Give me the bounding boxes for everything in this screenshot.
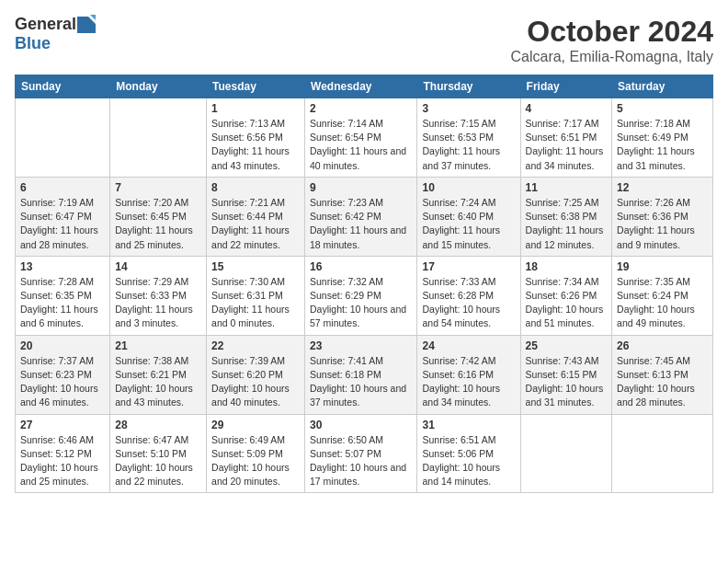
- day-info: Sunrise: 7:43 AM Sunset: 6:15 PM Dayligh…: [526, 354, 607, 410]
- calendar-cell: 27Sunrise: 6:46 AM Sunset: 5:12 PM Dayli…: [16, 414, 110, 493]
- calendar-cell: 13Sunrise: 7:28 AM Sunset: 6:35 PM Dayli…: [16, 256, 110, 335]
- calendar-week-row: 13Sunrise: 7:28 AM Sunset: 6:35 PM Dayli…: [16, 256, 713, 335]
- day-number: 22: [211, 339, 300, 352]
- calendar-cell: 20Sunrise: 7:37 AM Sunset: 6:23 PM Dayli…: [16, 335, 110, 414]
- day-of-week-header: Monday: [110, 75, 207, 98]
- calendar-cell: 24Sunrise: 7:42 AM Sunset: 6:16 PM Dayli…: [417, 335, 520, 414]
- day-info: Sunrise: 7:20 AM Sunset: 6:45 PM Dayligh…: [115, 196, 201, 252]
- day-number: 11: [526, 181, 607, 194]
- day-info: Sunrise: 7:25 AM Sunset: 6:38 PM Dayligh…: [526, 196, 607, 252]
- day-number: 25: [526, 339, 607, 352]
- calendar-cell: 18Sunrise: 7:34 AM Sunset: 6:26 PM Dayli…: [520, 256, 611, 335]
- day-of-week-header: Thursday: [417, 75, 520, 98]
- day-info: Sunrise: 7:18 AM Sunset: 6:49 PM Dayligh…: [617, 117, 708, 173]
- day-info: Sunrise: 7:15 AM Sunset: 6:53 PM Dayligh…: [422, 117, 515, 173]
- day-info: Sunrise: 7:32 AM Sunset: 6:29 PM Dayligh…: [310, 275, 412, 331]
- day-number: 4: [526, 102, 607, 115]
- day-info: Sunrise: 7:23 AM Sunset: 6:42 PM Dayligh…: [310, 196, 412, 252]
- calendar-week-row: 20Sunrise: 7:37 AM Sunset: 6:23 PM Dayli…: [16, 335, 713, 414]
- day-info: Sunrise: 6:47 AM Sunset: 5:10 PM Dayligh…: [115, 433, 201, 489]
- day-number: 14: [115, 260, 201, 273]
- calendar-cell: 28Sunrise: 6:47 AM Sunset: 5:10 PM Dayli…: [110, 414, 207, 493]
- calendar-header-row: SundayMondayTuesdayWednesdayThursdayFrid…: [16, 75, 713, 98]
- day-info: Sunrise: 7:21 AM Sunset: 6:44 PM Dayligh…: [211, 196, 300, 252]
- day-number: 27: [20, 419, 105, 431]
- day-number: 1: [211, 102, 300, 115]
- day-number: 16: [310, 260, 412, 273]
- calendar-cell: 19Sunrise: 7:35 AM Sunset: 6:24 PM Dayli…: [612, 256, 713, 335]
- calendar-cell: 22Sunrise: 7:39 AM Sunset: 6:20 PM Dayli…: [207, 335, 305, 414]
- month-title: October 2024: [510, 15, 713, 49]
- day-info: Sunrise: 7:24 AM Sunset: 6:40 PM Dayligh…: [422, 196, 515, 252]
- day-number: 18: [526, 260, 607, 273]
- day-number: 19: [617, 260, 708, 273]
- day-of-week-header: Tuesday: [207, 75, 305, 98]
- day-of-week-header: Sunday: [16, 75, 110, 98]
- day-number: 15: [211, 260, 300, 273]
- calendar-table: SundayMondayTuesdayWednesdayThursdayFrid…: [15, 75, 713, 493]
- calendar-cell: 10Sunrise: 7:24 AM Sunset: 6:40 PM Dayli…: [417, 177, 520, 256]
- day-info: Sunrise: 6:46 AM Sunset: 5:12 PM Dayligh…: [20, 433, 105, 489]
- day-info: Sunrise: 7:42 AM Sunset: 6:16 PM Dayligh…: [422, 354, 515, 410]
- calendar-cell: 9Sunrise: 7:23 AM Sunset: 6:42 PM Daylig…: [305, 177, 417, 256]
- calendar-cell: 6Sunrise: 7:19 AM Sunset: 6:47 PM Daylig…: [16, 177, 110, 256]
- logo: General Blue: [15, 15, 96, 53]
- logo-icon: [77, 15, 96, 33]
- calendar-cell: 3Sunrise: 7:15 AM Sunset: 6:53 PM Daylig…: [417, 98, 520, 178]
- day-number: 24: [422, 339, 515, 352]
- calendar-cell: 4Sunrise: 7:17 AM Sunset: 6:51 PM Daylig…: [520, 98, 611, 178]
- day-info: Sunrise: 7:30 AM Sunset: 6:31 PM Dayligh…: [211, 275, 300, 331]
- calendar-cell: 31Sunrise: 6:51 AM Sunset: 5:06 PM Dayli…: [417, 414, 520, 493]
- day-info: Sunrise: 7:35 AM Sunset: 6:24 PM Dayligh…: [617, 275, 708, 331]
- calendar-week-row: 1Sunrise: 7:13 AM Sunset: 6:56 PM Daylig…: [16, 98, 713, 178]
- day-info: Sunrise: 6:50 AM Sunset: 5:07 PM Dayligh…: [310, 433, 412, 489]
- day-info: Sunrise: 7:26 AM Sunset: 6:36 PM Dayligh…: [617, 196, 708, 252]
- calendar-cell: 16Sunrise: 7:32 AM Sunset: 6:29 PM Dayli…: [305, 256, 417, 335]
- calendar-cell: 2Sunrise: 7:14 AM Sunset: 6:54 PM Daylig…: [305, 98, 417, 178]
- day-info: Sunrise: 7:38 AM Sunset: 6:21 PM Dayligh…: [115, 354, 201, 410]
- day-info: Sunrise: 7:45 AM Sunset: 6:13 PM Dayligh…: [617, 354, 708, 410]
- day-number: 23: [310, 339, 412, 352]
- day-of-week-header: Saturday: [612, 75, 713, 98]
- day-info: Sunrise: 7:39 AM Sunset: 6:20 PM Dayligh…: [211, 354, 300, 410]
- svg-marker-0: [77, 17, 96, 33]
- calendar-cell: 15Sunrise: 7:30 AM Sunset: 6:31 PM Dayli…: [207, 256, 305, 335]
- day-info: Sunrise: 7:29 AM Sunset: 6:33 PM Dayligh…: [115, 275, 201, 331]
- day-info: Sunrise: 7:34 AM Sunset: 6:26 PM Dayligh…: [526, 275, 607, 331]
- day-number: 28: [115, 419, 201, 431]
- title-section: October 2024 Calcara, Emilia-Romagna, It…: [510, 15, 713, 65]
- calendar-cell: [612, 414, 713, 493]
- calendar-cell: 14Sunrise: 7:29 AM Sunset: 6:33 PM Dayli…: [110, 256, 207, 335]
- day-number: 29: [211, 419, 300, 431]
- calendar-cell: 26Sunrise: 7:45 AM Sunset: 6:13 PM Dayli…: [612, 335, 713, 414]
- day-info: Sunrise: 7:14 AM Sunset: 6:54 PM Dayligh…: [310, 117, 412, 173]
- day-info: Sunrise: 7:28 AM Sunset: 6:35 PM Dayligh…: [20, 275, 105, 331]
- day-number: 30: [310, 419, 412, 431]
- calendar-week-row: 27Sunrise: 6:46 AM Sunset: 5:12 PM Dayli…: [16, 414, 713, 493]
- day-number: 3: [422, 102, 515, 115]
- page-header: General Blue October 2024 Calcara, Emili…: [15, 15, 713, 65]
- day-number: 7: [115, 181, 201, 194]
- calendar-cell: 25Sunrise: 7:43 AM Sunset: 6:15 PM Dayli…: [520, 335, 611, 414]
- day-number: 8: [211, 181, 300, 194]
- day-info: Sunrise: 7:41 AM Sunset: 6:18 PM Dayligh…: [310, 354, 412, 410]
- day-of-week-header: Friday: [520, 75, 611, 98]
- day-number: 31: [422, 419, 515, 431]
- calendar-cell: 30Sunrise: 6:50 AM Sunset: 5:07 PM Dayli…: [305, 414, 417, 493]
- calendar-cell: [16, 98, 110, 178]
- day-number: 6: [20, 181, 105, 194]
- calendar-cell: 1Sunrise: 7:13 AM Sunset: 6:56 PM Daylig…: [207, 98, 305, 178]
- logo-general-text: General: [15, 15, 76, 34]
- day-number: 5: [617, 102, 708, 115]
- calendar-cell: [110, 98, 207, 178]
- calendar-cell: 29Sunrise: 6:49 AM Sunset: 5:09 PM Dayli…: [207, 414, 305, 493]
- day-info: Sunrise: 6:51 AM Sunset: 5:06 PM Dayligh…: [422, 433, 515, 489]
- calendar-cell: 23Sunrise: 7:41 AM Sunset: 6:18 PM Dayli…: [305, 335, 417, 414]
- logo-blue-text: Blue: [15, 34, 51, 52]
- day-info: Sunrise: 6:49 AM Sunset: 5:09 PM Dayligh…: [211, 433, 300, 489]
- calendar-cell: 17Sunrise: 7:33 AM Sunset: 6:28 PM Dayli…: [417, 256, 520, 335]
- calendar-cell: 8Sunrise: 7:21 AM Sunset: 6:44 PM Daylig…: [207, 177, 305, 256]
- day-number: 2: [310, 102, 412, 115]
- day-number: 12: [617, 181, 708, 194]
- day-info: Sunrise: 7:17 AM Sunset: 6:51 PM Dayligh…: [526, 117, 607, 173]
